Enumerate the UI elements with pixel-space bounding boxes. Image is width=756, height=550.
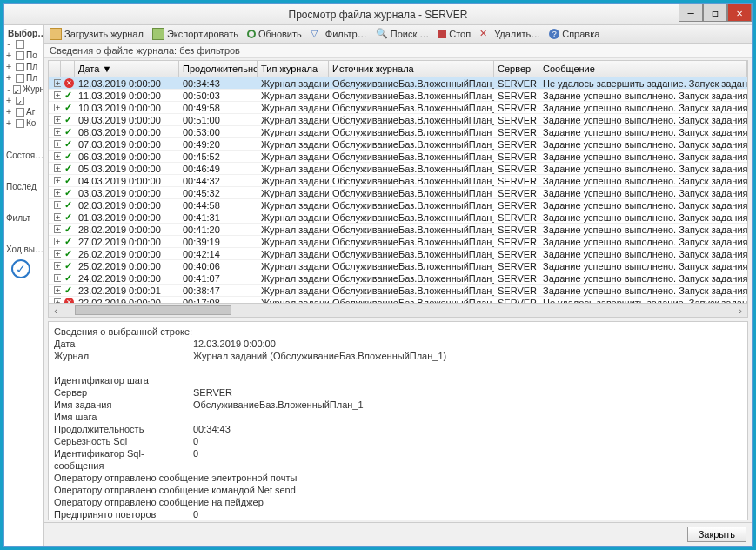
cell-date: 26.02.2019 0:00:00 xyxy=(75,249,179,259)
cell-message: Задание успешно выполнено. Запуск задани… xyxy=(539,176,747,186)
scroll-left-icon[interactable]: ‹ xyxy=(49,305,63,316)
expand-icon[interactable]: + xyxy=(6,62,14,71)
col-type[interactable]: Тип журнала xyxy=(258,61,329,77)
checkbox[interactable] xyxy=(16,40,24,49)
expand-icon[interactable]: + xyxy=(54,140,61,148)
checkbox[interactable] xyxy=(16,63,24,71)
close-dialog-button[interactable]: Закрыть xyxy=(687,527,746,542)
scroll-right-icon[interactable]: › xyxy=(733,305,747,316)
maximize-button[interactable]: ◻ xyxy=(703,4,727,22)
cell-server: SERVER xyxy=(494,103,539,113)
checkbox[interactable] xyxy=(16,108,24,117)
cell-duration: 00:39:19 xyxy=(179,237,258,247)
table-row[interactable]: +✓25.02.2019 0:00:0000:40:06Журнал задан… xyxy=(49,260,747,272)
table-row[interactable]: +✕22.02.2019 0:00:0000:17:08Журнал задан… xyxy=(49,297,747,303)
checkbox[interactable] xyxy=(16,51,24,60)
tree-item[interactable]: +По xyxy=(6,50,43,61)
cell-source: ОбслуживаниеБаз.ВложенныйПлан_1 xyxy=(329,188,494,198)
expand-icon[interactable]: + xyxy=(54,238,61,245)
checkbox[interactable] xyxy=(16,97,24,105)
tree-item[interactable]: +Аг xyxy=(6,106,43,117)
table-row[interactable]: +✕12.03.2019 0:00:0000:34:43Журнал задан… xyxy=(49,77,747,90)
col-server[interactable]: Сервер xyxy=(494,61,539,77)
titlebar[interactable]: Просмотр файла журнала - SERVER — ◻ ✕ xyxy=(4,4,752,25)
expand-icon[interactable]: + xyxy=(6,107,14,117)
export-button[interactable]: Экспортировать xyxy=(152,28,238,40)
cell-date: 02.03.2019 0:00:00 xyxy=(75,200,179,211)
expand-icon[interactable]: + xyxy=(54,286,61,294)
grid-body[interactable]: +✕12.03.2019 0:00:0000:34:43Журнал задан… xyxy=(49,77,747,303)
table-row[interactable]: +✓02.03.2019 0:00:0000:44:58Журнал задан… xyxy=(49,199,747,211)
checkbox[interactable] xyxy=(13,85,21,94)
scroll-thumb[interactable] xyxy=(75,305,231,315)
expand-icon[interactable]: - xyxy=(6,84,11,94)
tree-item[interactable]: -Журн xyxy=(6,84,43,95)
expand-icon[interactable]: + xyxy=(6,73,14,83)
expand-icon[interactable]: - xyxy=(6,39,14,49)
expand-icon[interactable]: + xyxy=(54,225,61,233)
expand-icon[interactable]: + xyxy=(54,79,61,87)
checkbox[interactable] xyxy=(16,74,24,83)
expand-icon[interactable]: + xyxy=(54,177,61,184)
table-row[interactable]: +✓08.03.2019 0:00:0000:53:00Журнал задан… xyxy=(49,126,747,138)
expand-icon[interactable]: + xyxy=(54,189,61,197)
detail-duration-value: 00:34:43 xyxy=(193,423,231,435)
refresh-button[interactable]: Обновить xyxy=(247,29,302,39)
cell-source: ОбслуживаниеБаз.ВложенныйПлан_1 xyxy=(329,164,494,174)
table-row[interactable]: +✓04.03.2019 0:00:0000:44:32Журнал задан… xyxy=(49,175,747,187)
table-row[interactable]: +✓26.02.2019 0:00:0000:42:14Журнал задан… xyxy=(49,248,747,260)
table-row[interactable]: +✓28.02.2019 0:00:0000:41:20Журнал задан… xyxy=(49,224,747,236)
table-row[interactable]: +✓03.03.2019 0:00:0000:45:32Журнал задан… xyxy=(49,187,747,199)
checkbox[interactable] xyxy=(16,119,24,128)
expand-icon[interactable]: + xyxy=(54,213,61,221)
table-row[interactable]: +✓10.03.2019 0:00:0000:49:58Журнал задан… xyxy=(49,102,747,114)
minimize-button[interactable]: — xyxy=(679,4,703,22)
col-source[interactable]: Источник журнала xyxy=(329,61,494,77)
col-expand[interactable] xyxy=(49,61,61,77)
table-row[interactable]: +✓06.03.2019 0:00:0000:45:52Журнал задан… xyxy=(49,151,747,163)
tree-item[interactable]: +Пл xyxy=(6,72,43,84)
search-button[interactable]: 🔍Поиск … xyxy=(376,28,430,40)
expand-icon[interactable]: + xyxy=(6,50,14,60)
tree-item[interactable]: - xyxy=(6,38,43,50)
load-log-button[interactable]: Загрузить журнал xyxy=(50,28,144,40)
expand-icon[interactable]: + xyxy=(54,250,61,258)
col-status[interactable] xyxy=(61,61,75,77)
table-row[interactable]: +✓09.03.2019 0:00:0000:51:00Журнал задан… xyxy=(49,114,747,126)
table-row[interactable]: +✓01.03.2019 0:00:0000:41:31Журнал задан… xyxy=(49,211,747,224)
table-row[interactable]: +✓05.03.2019 0:00:0000:46:49Журнал задан… xyxy=(49,163,747,175)
h-scrollbar[interactable]: ‹ › xyxy=(49,303,747,317)
expand-icon[interactable]: + xyxy=(54,164,61,172)
expand-icon[interactable]: + xyxy=(54,91,61,99)
expand-icon[interactable]: + xyxy=(6,118,14,128)
expand-icon[interactable]: + xyxy=(54,104,61,111)
cell-message: Не удалось завершить задание. Запуск зад… xyxy=(539,78,747,89)
table-row[interactable]: +✓24.02.2019 0:00:0000:41:07Журнал задан… xyxy=(49,272,747,285)
cell-duration: 00:45:52 xyxy=(179,151,258,162)
help-button[interactable]: ?Справка xyxy=(549,29,599,39)
expand-icon[interactable]: + xyxy=(54,152,61,160)
expand-icon[interactable]: + xyxy=(54,116,61,124)
expand-icon[interactable]: + xyxy=(54,262,61,270)
expand-icon[interactable]: + xyxy=(54,128,61,136)
expand-icon[interactable]: + xyxy=(54,201,61,209)
table-row[interactable]: +✓07.03.2019 0:00:0000:49:20Журнал задан… xyxy=(49,138,747,151)
col-duration[interactable]: Продолжительность xyxy=(179,61,258,77)
cell-duration: 00:42:14 xyxy=(179,249,258,259)
expand-icon[interactable]: + xyxy=(54,274,61,282)
tree-item[interactable]: +Ко xyxy=(6,117,43,129)
table-row[interactable]: +✓23.02.2019 0:00:0100:38:47Журнал задан… xyxy=(49,285,747,297)
table-row[interactable]: +✓11.03.2019 0:00:0000:50:03Журнал задан… xyxy=(49,90,747,102)
close-button[interactable]: ✕ xyxy=(727,4,752,22)
col-message[interactable]: Сообщение xyxy=(539,61,747,77)
expand-icon[interactable]: + xyxy=(6,96,14,105)
delete-button[interactable]: ✕Удалить… xyxy=(479,28,540,40)
col-date[interactable]: Дата ▼ xyxy=(75,61,179,77)
stop-button[interactable]: Стоп xyxy=(438,29,471,39)
filter-button[interactable]: ▽Фильтр… xyxy=(311,28,367,40)
table-row[interactable]: +✓27.02.2019 0:00:0000:39:19Журнал задан… xyxy=(49,236,747,248)
detail-op-netsend: Оператору отправлено сообщение командой … xyxy=(54,484,742,496)
help-icon: ? xyxy=(549,29,559,39)
tree-item[interactable]: +Пл xyxy=(6,61,43,72)
tree-item[interactable]: + xyxy=(6,95,43,106)
